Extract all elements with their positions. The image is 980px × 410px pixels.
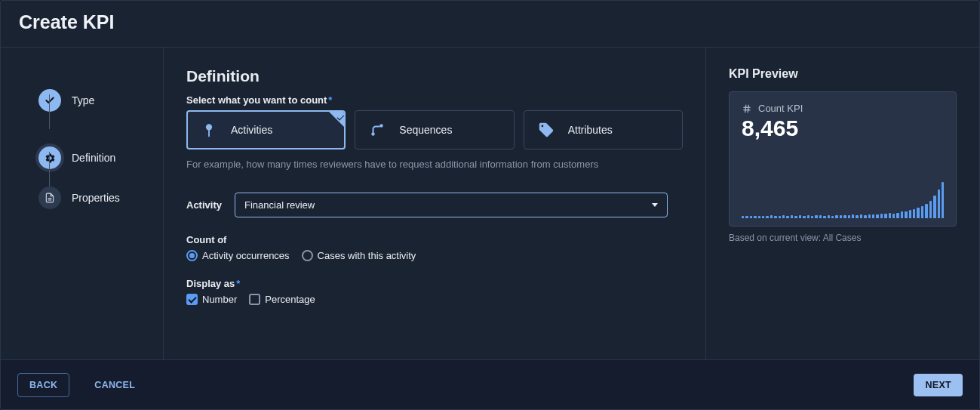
check-display-number[interactable]: Number <box>186 294 237 305</box>
check-label: Number <box>202 294 237 305</box>
check-label: Percentage <box>265 294 315 305</box>
kpi-value: 8,465 <box>742 116 944 141</box>
step-properties[interactable]: Properties <box>38 187 163 209</box>
check-display-percentage[interactable]: Percentage <box>249 294 315 305</box>
display-as-label: Display as* <box>186 278 683 289</box>
step-type[interactable]: Type <box>38 72 163 129</box>
preview-card: Count KPI 8,465 <box>729 91 957 227</box>
count-type-cards: Activities Sequences Attributes <box>186 110 683 150</box>
footer: BACK CANCEL NEXT <box>1 359 979 409</box>
doc-icon <box>38 187 61 209</box>
step-label: Type <box>72 94 94 106</box>
preview-heading: KPI Preview <box>729 67 957 81</box>
radio-label: Cases with this activity <box>318 250 416 261</box>
check-icon <box>38 89 61 112</box>
gear-icon <box>38 146 61 169</box>
activity-label: Activity <box>186 199 224 211</box>
activity-select[interactable]: Financial review <box>235 193 668 217</box>
radio-icon <box>186 250 198 261</box>
preview-note: Based on current view: All Cases <box>729 233 957 243</box>
card-sequences[interactable]: Sequences <box>355 110 514 150</box>
checkbox-icon <box>249 294 260 305</box>
cancel-button[interactable]: CANCEL <box>83 374 146 396</box>
spark-chart <box>742 180 944 218</box>
preview-panel: KPI Preview Count KPI 8,465 Based on cur… <box>706 48 979 359</box>
card-label: Attributes <box>568 124 613 136</box>
card-attributes[interactable]: Attributes <box>524 110 683 150</box>
titlebar: Create KPI <box>1 1 979 48</box>
radio-cases-with-activity[interactable]: Cases with this activity <box>302 250 416 261</box>
checkbox-icon <box>186 294 198 305</box>
svg-line-8 <box>745 104 746 113</box>
radio-icon <box>302 250 313 261</box>
hint-text: For example, how many times reviewers ha… <box>186 159 683 170</box>
svg-rect-3 <box>208 129 210 137</box>
chevron-down-icon <box>652 203 658 207</box>
kpi-title-text: Count KPI <box>758 103 803 114</box>
main-panel: Definition Select what you want to count… <box>164 48 706 359</box>
card-label: Sequences <box>399 124 452 136</box>
next-button[interactable]: NEXT <box>914 374 963 396</box>
back-button[interactable]: BACK <box>17 373 69 397</box>
count-what-label: Select what you want to count* <box>186 94 683 106</box>
svg-line-9 <box>748 104 748 113</box>
svg-point-5 <box>380 124 383 127</box>
step-label: Properties <box>72 192 120 204</box>
section-heading: Definition <box>186 67 683 85</box>
kpi-title: Count KPI <box>742 103 944 114</box>
route-icon <box>369 122 386 138</box>
count-of-label: Count of <box>186 234 683 245</box>
hash-icon <box>742 103 752 114</box>
card-label: Activities <box>231 124 272 136</box>
radio-activity-occurrences[interactable]: Activity occurrences <box>186 250 290 261</box>
selected-corner-icon <box>329 112 344 127</box>
activity-select-value: Financial review <box>244 199 315 211</box>
tag-icon <box>538 122 555 138</box>
step-definition[interactable]: Definition <box>38 129 163 187</box>
pin-icon <box>201 122 217 138</box>
page-title: Create KPI <box>19 11 961 33</box>
card-activities[interactable]: Activities <box>186 110 346 150</box>
step-label: Definition <box>72 152 115 164</box>
steps-sidebar: Type Definition Properties <box>1 48 164 359</box>
radio-label: Activity occurrences <box>202 250 290 261</box>
